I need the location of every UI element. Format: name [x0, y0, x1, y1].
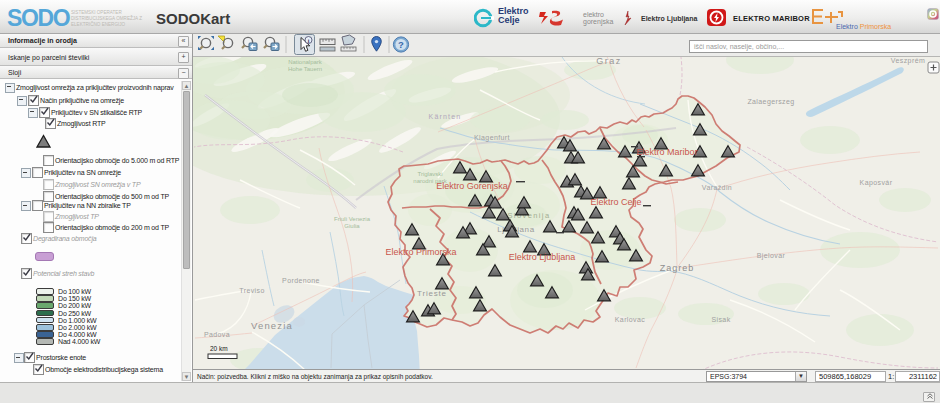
svg-text:Bjelovar: Bjelovar: [757, 252, 786, 260]
svg-text:Elektro Celje: Elektro Celje: [590, 197, 641, 207]
svg-text:Elektro Gorenjska: Elektro Gorenjska: [436, 181, 508, 191]
svg-text:Graz: Graz: [596, 57, 622, 66]
svg-text:20 km: 20 km: [210, 345, 228, 352]
svg-text:Elektro Ljubljana: Elektro Ljubljana: [509, 252, 576, 262]
svg-text:Treviso: Treviso: [239, 287, 265, 294]
svg-text:Friuli Venezia: Friuli Venezia: [334, 216, 371, 222]
svg-text:Padova: Padova: [204, 331, 230, 338]
svg-text:Giulia: Giulia: [344, 223, 360, 229]
svg-text:Nationalpark: Nationalpark: [288, 59, 323, 65]
svg-text:Pordenone: Pordenone: [282, 277, 320, 284]
svg-text:Sisak: Sisak: [711, 316, 730, 323]
svg-text:Zagreb: Zagreb: [660, 263, 695, 273]
svg-text:Venezia: Venezia: [251, 320, 293, 331]
svg-text:Trieste: Trieste: [417, 289, 447, 298]
svg-text:?: ?: [398, 39, 404, 50]
svg-text:Slovenija: Slovenija: [507, 211, 550, 220]
svg-text:Karlovac: Karlovac: [615, 316, 646, 323]
svg-text:Hohe Tauern: Hohe Tauern: [288, 66, 322, 72]
svg-text:Kärnten: Kärnten: [429, 113, 462, 120]
svg-text:Elektro Primorska: Elektro Primorska: [385, 247, 456, 257]
svg-text:Klagenfurt: Klagenfurt: [474, 134, 510, 142]
svg-text:Kaposvár: Kaposvár: [860, 179, 893, 187]
svg-text:Veszprém: Veszprém: [891, 57, 925, 65]
svg-text:Varaždin: Varaždin: [702, 184, 732, 191]
svg-text:Triglavski: Triglavski: [417, 171, 442, 177]
svg-text:Elektro Maribor: Elektro Maribor: [636, 147, 697, 157]
svg-text:Zalaegerszeg: Zalaegerszeg: [747, 98, 794, 106]
